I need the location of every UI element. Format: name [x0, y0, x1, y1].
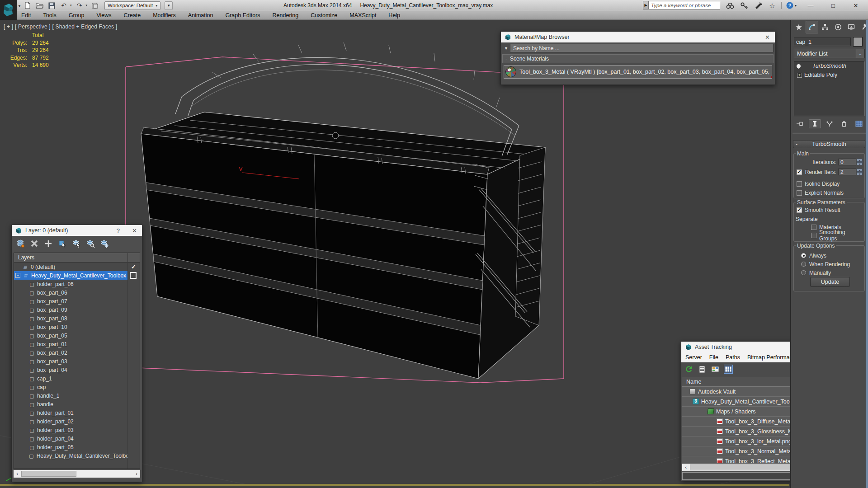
layer-row[interactable]: cap_1 [14, 374, 140, 383]
update-button[interactable]: Update [810, 277, 850, 287]
radio-icon[interactable] [801, 270, 806, 275]
menu-item[interactable]: MAXScript [349, 12, 376, 19]
tab-motion[interactable] [832, 21, 844, 33]
material-browser-titlebar[interactable]: Material/Map Browser ✕ [501, 32, 775, 42]
collapse-icon[interactable]: - [505, 56, 507, 62]
minimize-button[interactable]: — [799, 0, 822, 11]
radio-icon[interactable] [801, 253, 806, 258]
layer-row[interactable]: box_part_04 [14, 366, 140, 374]
layer-row[interactable]: box_part_02 [14, 348, 140, 357]
redo-icon[interactable]: ↷ [75, 1, 84, 9]
layer-row[interactable]: box_part_10 [14, 323, 140, 331]
show-end-result-icon[interactable] [809, 119, 821, 128]
menu-item[interactable]: Rendering [273, 12, 299, 19]
menu-item[interactable]: File [709, 354, 718, 361]
scrollbar-thumb[interactable] [690, 465, 801, 470]
material-search-input[interactable] [510, 44, 774, 52]
workspace-selector[interactable]: Workspace: Default ▾ [104, 1, 160, 10]
modifier-list-dropdown[interactable]: Modifier List ⌄ [794, 49, 865, 58]
menu-item[interactable]: Help [388, 12, 400, 19]
expand-icon[interactable]: + [797, 73, 802, 78]
menu-item[interactable]: Tools [43, 12, 57, 19]
pin-stack-icon[interactable] [794, 119, 806, 128]
menu-item[interactable]: Create [124, 12, 141, 19]
scene-materials-header[interactable]: - Scene Materials [502, 54, 774, 63]
object-name-field[interactable] [794, 38, 851, 46]
make-unique-icon[interactable] [823, 119, 835, 128]
favorites-star-icon[interactable]: ☆ [767, 1, 777, 9]
tab-display[interactable] [845, 21, 858, 33]
menu-item[interactable]: Views [96, 12, 111, 19]
menu-item[interactable]: Customize [311, 12, 337, 19]
menu-item[interactable]: Server [685, 354, 702, 361]
update-option-row[interactable]: Always [801, 251, 850, 260]
close-icon[interactable]: ✕ [131, 227, 138, 234]
communication-center-icon[interactable] [753, 1, 763, 9]
layer-row[interactable]: holder_part_01 [14, 408, 140, 417]
scrollbar-thumb[interactable] [21, 471, 76, 477]
toolbar-overflow-icon[interactable]: ▼ [165, 1, 173, 10]
add-selection-to-layer-icon[interactable] [44, 239, 53, 248]
layer-row[interactable]: cap [14, 383, 140, 391]
scroll-left-icon[interactable]: ‹ [682, 464, 689, 471]
layer-row[interactable]: holder_part_02 [14, 417, 140, 426]
maximize-button[interactable]: □ [822, 0, 844, 11]
layers-column-header[interactable]: Layers [14, 253, 140, 263]
help-menu[interactable]: ? ▾ [786, 1, 797, 9]
thumbnail-view-icon[interactable] [711, 365, 720, 374]
select-objects-in-layer-icon[interactable] [58, 239, 67, 248]
material-list-item[interactable]: Tool_box_3_Metal ( VRayMtl ) [box_part_0… [504, 65, 772, 79]
layer-row[interactable]: 0 (default) [14, 263, 140, 271]
undo-dropdown-icon[interactable]: ▾ [70, 4, 72, 7]
tab-modify[interactable] [806, 21, 818, 33]
materials-checkbox[interactable] [811, 225, 816, 230]
menu-item[interactable]: Edit [21, 12, 31, 19]
layer-row[interactable]: box_part_01 [14, 340, 140, 348]
radio-icon[interactable] [801, 262, 806, 267]
undo-icon[interactable]: ↶ [59, 1, 68, 9]
collapse-icon[interactable]: - [793, 141, 800, 147]
layer-row[interactable]: box_part_09 [14, 305, 140, 314]
report-view-icon[interactable] [698, 365, 707, 374]
menu-item[interactable]: Graph Editors [225, 12, 260, 19]
refresh-icon[interactable] [684, 365, 693, 374]
redo-dropdown-icon[interactable]: ▾ [86, 4, 88, 7]
configure-modifier-sets-icon[interactable] [853, 119, 865, 128]
update-option-row[interactable]: When Rendering [801, 260, 850, 268]
hide-freeze-layer-icon[interactable] [100, 239, 109, 248]
layer-horizontal-scrollbar[interactable]: ‹ › [14, 470, 140, 478]
layer-row[interactable]: box_part_03 [14, 357, 140, 366]
application-menu-caret-icon[interactable]: ▼ [18, 4, 21, 8]
layer-window-titlebar[interactable]: Layer: 0 (default) ? ✕ [12, 225, 142, 236]
expander-icon[interactable] [15, 273, 20, 278]
render-iters-checkbox[interactable] [797, 169, 802, 175]
layer-row[interactable]: box_part_06 [14, 288, 140, 297]
menu-item[interactable]: Paths [726, 354, 740, 361]
save-file-icon[interactable] [47, 1, 56, 9]
smoothing-groups-checkbox[interactable] [811, 233, 816, 238]
project-folder-icon[interactable] [90, 1, 99, 9]
modifier-enabled-bulb-icon[interactable] [797, 64, 801, 68]
menu-item[interactable]: Group [69, 12, 85, 19]
command-panel-scrollbar[interactable] [866, 20, 868, 488]
layer-row[interactable]: handle_1 [14, 391, 140, 400]
viewport-label[interactable]: [ + ] [ Perspective ] [ Shaded + Edged F… [4, 23, 117, 30]
layer-row[interactable]: box_part_08 [14, 314, 140, 323]
turbosmooth-rollout-header[interactable]: - TurboSmooth [793, 140, 865, 148]
scroll-right-icon[interactable]: › [133, 470, 140, 478]
iterations-spinner[interactable]: ▲▼ [857, 159, 863, 165]
layer-row[interactable]: holder_part_05 [14, 443, 140, 451]
object-color-swatch[interactable] [853, 37, 863, 47]
delete-layer-icon[interactable] [30, 239, 39, 248]
layer-row[interactable]: box_part_07 [14, 297, 140, 305]
layer-row[interactable]: Heavy_Duty_Metal_Cantilever_Toolbox [14, 271, 140, 280]
layer-row[interactable]: holder_part_06 [14, 280, 140, 288]
search-history-icon[interactable]: ▶ [643, 1, 649, 9]
open-file-icon[interactable] [35, 1, 44, 9]
layer-row[interactable]: holder_part_03 [14, 426, 140, 434]
search-input[interactable] [649, 1, 720, 9]
tab-hierarchy[interactable] [819, 21, 831, 33]
highlight-selected-layer-icon[interactable] [86, 239, 95, 248]
layer-row[interactable]: handle [14, 400, 140, 408]
layer-row[interactable]: holder_part_04 [14, 434, 140, 443]
